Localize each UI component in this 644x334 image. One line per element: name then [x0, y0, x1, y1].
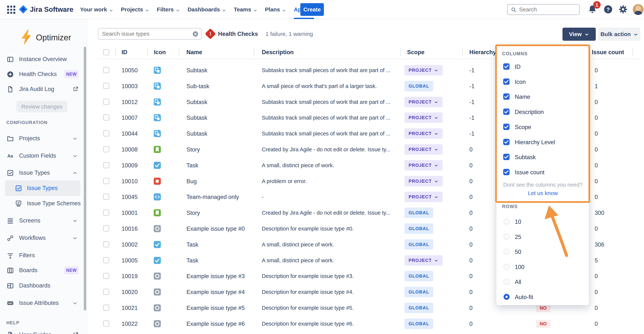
row-checkbox[interactable] — [103, 210, 109, 216]
checkbox-checked-icon[interactable] — [503, 139, 510, 145]
sidebar-item-user-guides[interactable]: User Guides — [0, 327, 87, 334]
bulk-action-button[interactable]: Bulk action — [598, 28, 640, 41]
nav-item-plans[interactable]: Plans — [265, 0, 286, 19]
review-changes-button[interactable]: Review changes — [16, 101, 67, 112]
row-checkbox[interactable] — [103, 162, 109, 168]
row-checkbox[interactable] — [103, 273, 109, 279]
issue-type-search-input[interactable] — [102, 29, 188, 38]
cell-hierarchy-level: 0 — [469, 178, 472, 185]
sidebar-item-instance-overview[interactable]: Instance Overview — [0, 52, 87, 67]
rows-option-auto-fit[interactable]: Auto-fit — [496, 289, 589, 304]
row-checkbox[interactable] — [103, 146, 109, 152]
sidebar-item-screens[interactable]: Screens — [0, 213, 87, 228]
row-checkbox[interactable] — [103, 289, 109, 295]
scope-project-pill[interactable]: PROJECT — [404, 192, 442, 202]
app-switcher-icon[interactable] — [7, 5, 15, 14]
row-checkbox[interactable] — [103, 321, 109, 327]
column-divider — [400, 48, 401, 57]
radio-icon[interactable] — [504, 279, 510, 285]
cell-id: 10044 — [122, 130, 138, 137]
radio-selected-icon[interactable] — [504, 294, 510, 300]
rows-option-100[interactable]: 100 — [496, 259, 589, 274]
rows-option-50[interactable]: 50 — [496, 244, 589, 259]
workflow-icon — [7, 235, 14, 242]
scope-project-pill[interactable]: PROJECT — [404, 255, 442, 266]
row-checkbox[interactable] — [103, 130, 109, 136]
let-us-know-link[interactable]: Let us know — [496, 190, 589, 196]
cell-hierarchy-level: 0 — [469, 146, 472, 153]
sidebar-scrollbar[interactable] — [84, 47, 86, 311]
table-row[interactable]: 10022Example issue type #6Description fo… — [0, 316, 644, 332]
checkbox-checked-icon[interactable] — [503, 108, 510, 115]
radio-icon[interactable] — [504, 264, 510, 270]
global-search[interactable] — [507, 4, 580, 15]
scope-project-pill[interactable]: PROJECT — [404, 160, 442, 171]
create-button[interactable]: Create — [300, 3, 324, 16]
help-icon[interactable]: ? — [603, 4, 613, 14]
issue-type-search[interactable] — [98, 28, 202, 40]
sidebar-item-issue-types[interactable]: Issue Types — [0, 181, 87, 196]
radio-icon[interactable] — [504, 249, 510, 255]
nav-item-dashboards[interactable]: Dashboards — [188, 0, 226, 19]
sidebar-item-dashboards[interactable]: Dashboards — [0, 278, 87, 293]
row-checkbox[interactable] — [103, 83, 109, 89]
external-link-icon — [72, 332, 78, 334]
sidebar-item-label: Screens — [19, 217, 40, 224]
sidebar-item-health-checks[interactable]: Health ChecksNEW — [0, 67, 87, 82]
row-checkbox[interactable] — [103, 178, 109, 184]
settings-gear-icon[interactable] — [618, 4, 628, 14]
row-checkbox[interactable] — [103, 67, 109, 73]
row-checkbox[interactable] — [103, 257, 109, 263]
checkbox-checked-icon[interactable] — [503, 78, 510, 85]
scope-project-pill[interactable]: PROJECT — [404, 112, 442, 123]
nav-item-label: Plans — [265, 6, 280, 13]
scope-project-pill[interactable]: PROJECT — [404, 176, 442, 186]
radio-icon[interactable] — [504, 219, 510, 225]
checkbox-checked-icon[interactable] — [503, 154, 510, 160]
scope-project-pill[interactable]: PROJECT — [404, 97, 442, 107]
scope-project-pill[interactable]: PROJECT — [404, 65, 442, 75]
row-checkbox[interactable] — [103, 99, 109, 105]
nav-item-filters[interactable]: Filters — [157, 0, 180, 19]
sidebar-item-filters[interactable]: Filters — [0, 248, 87, 263]
clear-search-icon[interactable] — [192, 31, 198, 37]
sidebar-item-jira-audit-log[interactable]: Jira Audit Log — [0, 82, 87, 97]
column-toggle-name: Name — [496, 89, 589, 104]
scope-project-pill[interactable]: PROJECT — [404, 128, 442, 139]
rows-option-25[interactable]: 25 — [496, 229, 589, 244]
row-checkbox[interactable] — [103, 194, 109, 200]
sidebar-item-issue-type-schemes[interactable]: Issue Type Schemes — [0, 196, 87, 211]
select-all-checkbox[interactable] — [103, 49, 109, 55]
chevron-down-icon — [282, 8, 286, 12]
column-header-id: ID — [122, 49, 127, 56]
radio-icon[interactable] — [504, 234, 510, 240]
row-checkbox[interactable] — [103, 114, 109, 120]
health-checks-label[interactable]: Health Checks — [218, 31, 258, 37]
view-button[interactable]: View — [562, 28, 596, 41]
nav-item-your-work[interactable]: Your work — [80, 0, 113, 19]
cell-id: 10007 — [122, 114, 138, 121]
column-divider — [147, 48, 148, 57]
sidebar-item-workflows[interactable]: Workflows — [0, 231, 87, 246]
rows-option-10[interactable]: 10 — [496, 214, 589, 229]
sidebar-item-boards[interactable]: BoardsNEW — [0, 263, 87, 278]
sidebar-item-projects[interactable]: Projects — [0, 131, 87, 146]
checkbox-checked-icon[interactable] — [503, 169, 510, 175]
row-checkbox[interactable] — [103, 226, 109, 231]
checkbox-checked-icon[interactable] — [503, 63, 510, 70]
sidebar-item-issue-types[interactable]: Issue Types — [0, 165, 87, 180]
checkbox-checked-icon[interactable] — [503, 124, 510, 130]
global-search-input[interactable] — [519, 5, 577, 14]
nav-item-teams[interactable]: Teams — [234, 0, 258, 19]
row-checkbox[interactable] — [103, 305, 109, 311]
sidebar-item-custom-fields[interactable]: AaCustom Fields — [0, 148, 87, 163]
scope-project-pill[interactable]: PROJECT — [404, 144, 442, 155]
sidebar-item-issue-attributes[interactable]: ABCIssue Attributes — [0, 296, 87, 311]
chevron-down-icon — [253, 8, 258, 12]
user-avatar[interactable] — [633, 4, 644, 15]
checkbox-checked-icon[interactable] — [503, 93, 510, 100]
rows-option-all[interactable]: All — [496, 274, 589, 289]
row-checkbox[interactable] — [103, 241, 109, 247]
top-bar: Jira Software Your workProjectsFiltersDa… — [0, 0, 644, 19]
nav-item-projects[interactable]: Projects — [121, 0, 149, 19]
